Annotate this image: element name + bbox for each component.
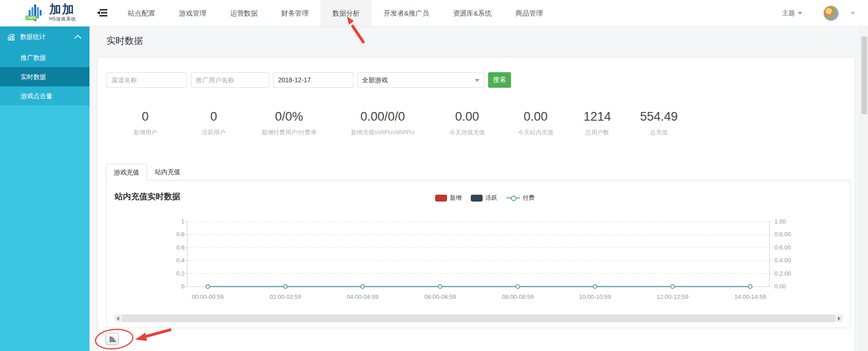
theme-dropdown[interactable]: 主题 [782, 9, 802, 17]
search-button[interactable]: 搜索 [488, 72, 511, 88]
page-vertical-scrollbar[interactable] [860, 0, 868, 351]
logo-subtitle: H5游戏系统 [49, 16, 76, 22]
main-nav: 站点配置 游戏管理 运营数据 财务管理 数据分析 开发者&推广员 资源库&系统 … [116, 0, 555, 26]
x-axis-tick: 14:00-14:59 [718, 293, 782, 300]
y-axis-right-tick: 0.00 [774, 283, 806, 290]
nav-developer-promoter[interactable]: 开发者&推广员 [372, 0, 441, 26]
x-axis-tick: 12:00-12:59 [641, 293, 705, 300]
scrollbar-thumb[interactable] [122, 314, 835, 322]
sidebar-item-promotion-data[interactable]: 推广数据 [0, 48, 89, 67]
y-axis-right-tick: 1.00 [774, 218, 806, 225]
tab-game-recharge[interactable]: 游戏充值 [106, 164, 147, 181]
horizontal-bars-chart-icon [109, 335, 116, 343]
date-input[interactable] [273, 72, 353, 88]
sidebar-section-label: 数据统计 [20, 33, 46, 41]
x-axis-tick: 06:00-06:59 [408, 293, 472, 300]
nav-operation-data[interactable]: 运营数据 [218, 0, 269, 26]
realtime-data-page: CMS 加加 H5游戏系统 站点配置 游戏管理 运营数据 财务管理 数据分析 开… [0, 0, 868, 351]
x-axis-tick: 02:00-02:59 [253, 293, 317, 300]
y-axis-left-tick: 0.6 [157, 244, 184, 251]
stat-total-users: 1214 总用户数 [568, 109, 627, 137]
nav-game-manage[interactable]: 游戏管理 [167, 0, 218, 26]
nav-data-analysis[interactable]: 数据分析 [321, 0, 372, 26]
app-logo[interactable]: CMS 加加 H5游戏系统 [25, 3, 76, 22]
sidebar: 数据统计 推广数据 实时数据 游戏点击量 [0, 26, 89, 351]
y-axis-left-tick: 0 [157, 283, 184, 290]
stat-today-site-recharge: 0.00 今天站内充值 [504, 109, 568, 137]
select-caret-icon [475, 79, 479, 82]
stat-today-game-recharge: 0.00 今天游戏充值 [431, 109, 504, 137]
chart-title: 站内充值实时数据 [115, 191, 180, 202]
stat-total-recharge: 554.49 总充值 [627, 109, 691, 137]
y-axis-left-tick: 0.4 [157, 257, 184, 264]
legend-item-active[interactable]: 活跃 [471, 194, 497, 202]
sidebar-section-stats[interactable]: 数据统计 [0, 26, 89, 48]
y-axis-right-tick: 0.6.00 [774, 244, 806, 251]
chart-type-toolbox-button[interactable] [105, 333, 119, 345]
stat-new-paying-rate: 0/0% 新增付费用户/付费率 [243, 109, 335, 137]
menu-fold-icon[interactable] [97, 8, 108, 18]
chart-legend: 新增 活跃 付费 [435, 194, 544, 202]
y-axis-left-tick: 0.8 [157, 231, 184, 238]
tab-site-recharge[interactable]: 站内充值 [147, 164, 188, 181]
logo-title: 加加 [49, 3, 76, 15]
logo-icon: CMS [25, 3, 46, 22]
scroll-left-icon[interactable] [116, 316, 119, 321]
y-axis-left-tick: 1 [157, 218, 184, 225]
avatar[interactable] [823, 5, 839, 21]
stat-new-users: 0 新增用户 [106, 109, 184, 137]
nav-product-manage[interactable]: 商品管理 [504, 0, 555, 26]
logo-badge: CMS [26, 16, 37, 20]
y-axis-right-tick: 0.2.00 [774, 270, 806, 277]
page-scrollbar-thumb[interactable] [862, 37, 867, 114]
game-select-value: 全部游戏 [362, 76, 388, 84]
sidebar-item-game-clicks[interactable]: 游戏点击量 [0, 86, 89, 106]
x-axis-tick: 00:00-00:59 [176, 293, 240, 300]
y-axis-left-tick: 0.2 [157, 270, 184, 277]
page-title: 实时数据 [106, 35, 143, 47]
legend-marker-line-circle [506, 195, 520, 201]
sidebar-item-realtime-data[interactable]: 实时数据 [0, 67, 89, 86]
nav-finance-manage[interactable]: 财务管理 [269, 0, 321, 26]
y-axis-right-tick: 0.8.00 [774, 231, 806, 238]
legend-item-pay[interactable]: 付费 [506, 194, 535, 202]
chevron-up-icon [74, 35, 82, 42]
x-axis-tick: 10:00-10:59 [563, 293, 627, 300]
theme-label: 主题 [782, 9, 795, 17]
promoter-name-input[interactable] [191, 72, 269, 88]
nav-site-config[interactable]: 站点配置 [116, 0, 167, 26]
chevron-down-icon [798, 12, 802, 15]
stat-new-recharge-arpu: 0.00/0/0 新增充值/ARPU/ARPPU [335, 109, 431, 137]
legend-swatch-new [435, 195, 447, 202]
game-select[interactable]: 全部游戏 [357, 72, 484, 88]
scroll-right-icon[interactable] [838, 316, 841, 321]
legend-item-new[interactable]: 新增 [435, 194, 462, 202]
top-header: CMS 加加 H5游戏系统 站点配置 游戏管理 运营数据 财务管理 数据分析 开… [0, 0, 868, 27]
chart-horizontal-scrollbar[interactable] [114, 314, 843, 322]
y-axis-right-tick: 0.4.00 [774, 257, 806, 264]
stats-row: 0 新增用户 0 活跃用户 0/0% 新增付费用户/付费率 0.00/0/0 新… [106, 109, 723, 137]
stat-active-users: 0 活跃用户 [184, 109, 243, 137]
x-axis-tick: 08:00-08:59 [486, 293, 550, 300]
legend-swatch-active [471, 195, 483, 202]
user-chevron-down-icon[interactable] [851, 12, 855, 15]
line-chart-plot [183, 219, 776, 292]
x-axis-tick: 04:00-04:59 [331, 293, 395, 300]
channel-name-input[interactable] [106, 72, 187, 88]
bar-chart-icon [8, 34, 16, 41]
nav-resource-system[interactable]: 资源库&系统 [441, 0, 504, 26]
